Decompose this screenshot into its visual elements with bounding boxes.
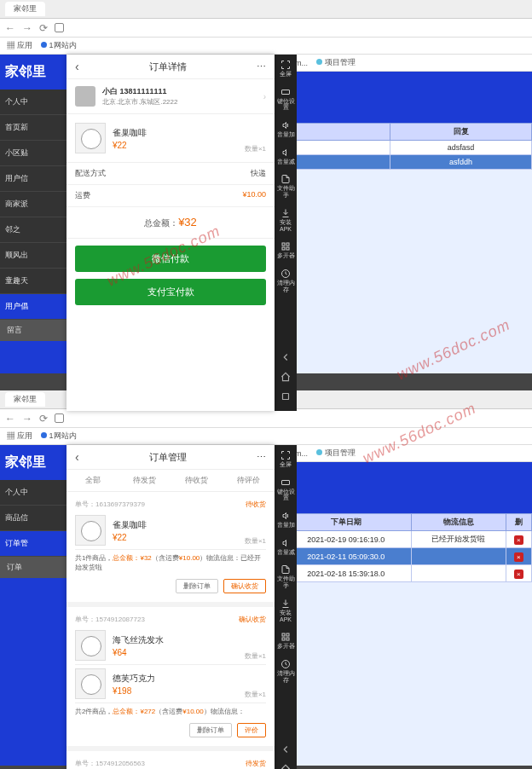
delivery-row: 配送方式 快递 xyxy=(66,163,275,185)
contact-addr: 北京.北京市.东城区.2222 xyxy=(102,97,177,107)
sidebar-item[interactable]: 小区贴 xyxy=(0,141,66,166)
tb-file[interactable]: 文件助手 xyxy=(275,169,297,201)
browser-tab[interactable]: 家邻里 xyxy=(5,2,45,16)
tb-voldown[interactable]: 音量减 xyxy=(275,533,297,559)
tb-apk[interactable]: 安装APK xyxy=(275,203,297,235)
tb-volup[interactable]: 音量加 xyxy=(275,506,297,532)
svg-rect-2 xyxy=(286,243,289,246)
sidebar-item[interactable]: 用户信 xyxy=(0,166,66,192)
product-qty: 数量×1 xyxy=(245,144,266,153)
delete-order-button[interactable]: 删除订单 xyxy=(176,579,218,593)
sidebar-item[interactable]: 童趣天 xyxy=(0,269,66,294)
back-icon[interactable]: ‹ xyxy=(75,450,79,464)
tb-apk[interactable]: 安装APK xyxy=(275,593,297,626)
sidebar-item[interactable]: 邻之 xyxy=(0,217,66,243)
sidebar-subitem[interactable]: 订单 xyxy=(0,557,66,578)
product-thumb xyxy=(75,123,106,153)
chevron-right-icon: › xyxy=(263,92,266,101)
tab-review[interactable]: 待评价 xyxy=(223,470,275,491)
bookmark-link[interactable]: 项目管理 xyxy=(316,57,356,68)
tb-keymap[interactable]: 键位设置 xyxy=(275,472,297,505)
more-icon[interactable]: ⋯ xyxy=(257,452,266,463)
site-link[interactable]: 1网站内 xyxy=(41,431,77,442)
delete-button[interactable]: × xyxy=(514,535,523,545)
more-icon[interactable]: ⋯ xyxy=(257,61,266,72)
sidebar-subitem[interactable]: 留言 xyxy=(0,320,66,341)
phone-title: 订单管理 xyxy=(149,451,187,464)
tb-fullscreen[interactable]: 全屏 xyxy=(275,55,297,81)
sidebar-item[interactable]: 首页新 xyxy=(0,115,66,141)
tb-clear[interactable]: 清理内存 xyxy=(275,263,297,296)
bookmark-row-left: ▦ 应用 1网站内 xyxy=(0,428,532,445)
sidebar-item-active[interactable]: 用户倡 xyxy=(0,294,66,320)
android-back-icon[interactable] xyxy=(280,743,292,755)
product-thumb xyxy=(75,515,106,546)
tab-all[interactable]: 全部 xyxy=(66,470,119,491)
left-sidebar: 家邻里 个人中 首页新 小区贴 用户信 商家派 邻之 顺风出 童趣天 用户倡 留… xyxy=(0,55,66,373)
apps-link[interactable]: ▦ 应用 xyxy=(7,40,32,51)
tb-voldown[interactable]: 音量减 xyxy=(275,142,297,169)
forward-icon[interactable]: → xyxy=(22,22,32,34)
android-home-icon[interactable] xyxy=(280,371,292,383)
order-card: 单号：1574912056563待发货 雀巢咖啡¥22数量×1 xyxy=(66,751,275,769)
shipping-label: 运费 xyxy=(75,190,90,201)
forward-icon[interactable]: → xyxy=(22,413,32,425)
product-name: 雀巢咖啡 xyxy=(113,127,238,139)
phone-order-list: ‹ 订单管理 ⋯ 全部 待发货 待收货 待评价 单号：1613697379379… xyxy=(66,445,275,769)
tb-multi[interactable]: 多开器 xyxy=(275,236,297,263)
avatar-icon xyxy=(75,86,95,107)
order-status: 待收货 xyxy=(246,500,266,509)
android-recent-icon[interactable] xyxy=(280,390,292,402)
bookmark-row-left: ▦ 应用 1网站内 xyxy=(0,38,532,55)
tb-multi[interactable]: 多开器 xyxy=(275,627,297,653)
android-home-icon[interactable] xyxy=(280,763,292,769)
phone-title: 订单详情 xyxy=(149,61,187,73)
tb-volup[interactable]: 音量加 xyxy=(275,115,297,142)
back-icon[interactable]: ‹ xyxy=(75,60,79,73)
browser-nav: ← → ⟳ xyxy=(0,19,532,38)
reload-icon[interactable]: ⟳ xyxy=(39,22,48,34)
contact-card[interactable]: 小白 13811111111 北京.北京市.东城区.2222 › xyxy=(66,79,275,114)
order-status: 待发货 xyxy=(246,759,266,768)
product-thumb xyxy=(75,668,106,699)
phone-header: ‹ 订单管理 ⋯ xyxy=(66,445,275,470)
tab-ship[interactable]: 待发货 xyxy=(119,470,171,491)
android-back-icon[interactable] xyxy=(280,351,292,363)
sidebar-item[interactable]: 顺风出 xyxy=(0,243,66,269)
sidebar-item-active[interactable]: 订单管 xyxy=(0,531,66,557)
reload-icon[interactable]: ⟳ xyxy=(39,413,48,425)
tb-keymap[interactable]: 键位设置 xyxy=(275,82,297,114)
tb-clear[interactable]: 清理内存 xyxy=(275,654,297,686)
svg-rect-10 xyxy=(282,638,285,640)
total-amount: ¥32 xyxy=(178,216,197,228)
apps-link[interactable]: ▦ 应用 xyxy=(7,431,32,442)
sidebar-item[interactable]: 个人中 xyxy=(0,480,66,506)
bookmark-link[interactable]: 项目管理 xyxy=(316,448,356,459)
product-row[interactable]: 雀巢咖啡 ¥22 数量×1 xyxy=(66,114,275,163)
screenshot-1: www.56doc.com www.56doc.com 家邻里 ← → ⟳ ▦ … xyxy=(0,0,532,375)
home-icon[interactable] xyxy=(55,23,64,32)
wechat-pay-button[interactable]: 微信付款 xyxy=(75,246,266,272)
browser-tab[interactable]: 家邻里 xyxy=(5,392,45,407)
sidebar-item[interactable]: 个人中 xyxy=(0,90,66,115)
site-link[interactable]: 1网站内 xyxy=(41,40,77,51)
tb-file[interactable]: 文件助手 xyxy=(275,559,297,592)
contact-name: 小白 xyxy=(102,87,118,95)
sidebar-item[interactable]: 商家派 xyxy=(0,192,66,217)
review-button[interactable]: 评价 xyxy=(237,723,266,737)
delete-button[interactable]: × xyxy=(514,552,523,562)
order-summary: 共1件商品，总金额：¥32（含运费¥10.00）物流信息：已经开始发货啦 xyxy=(75,550,266,575)
tb-fullscreen[interactable]: 全屏 xyxy=(275,445,297,471)
back-icon[interactable]: ← xyxy=(5,22,15,34)
delete-button[interactable]: × xyxy=(514,570,523,579)
alipay-pay-button[interactable]: 支付宝付款 xyxy=(75,279,266,305)
order-no: 1574912056563 xyxy=(95,760,145,767)
confirm-receive-button[interactable]: 确认收货 xyxy=(223,579,266,593)
svg-rect-1 xyxy=(282,243,285,246)
back-icon[interactable]: ← xyxy=(5,413,15,425)
delete-order-button[interactable]: 删除订单 xyxy=(189,723,232,737)
sidebar-item[interactable]: 商品信 xyxy=(0,506,66,531)
product-thumb xyxy=(75,630,106,661)
tab-receive[interactable]: 待收货 xyxy=(171,470,223,491)
home-icon[interactable] xyxy=(55,413,64,423)
